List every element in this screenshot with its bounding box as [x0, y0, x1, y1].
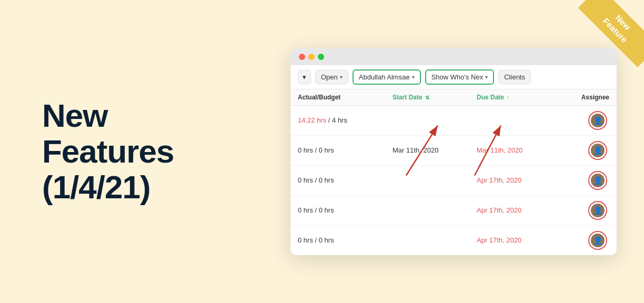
show-label: Show Who's Nex [431, 73, 484, 81]
avatar-3: 👤 [590, 173, 606, 188]
avatar-4: 👤 [590, 203, 606, 218]
cell-actual-2: 0 hrs / 0 hrs [298, 146, 393, 154]
cell-assignee-4: 👤 [561, 201, 609, 220]
open-filter-btn[interactable]: Open ▾ [315, 70, 348, 84]
col-start-date[interactable]: Start Date ⇅ [393, 94, 477, 101]
assignee-highlight-3: 👤 [588, 171, 607, 190]
ribbon-label: New Feature [578, 0, 644, 67]
toolbar: ▾ Open ▾ Abdullah Almsae ▾ Show Who's Ne… [290, 65, 617, 89]
minimize-dot [308, 54, 315, 60]
avatar-5: 👤 [590, 233, 606, 248]
left-section: NewFeatures(1/4/21) [0, 66, 263, 237]
assignee-highlight-1: 👤 [588, 111, 607, 130]
cell-due-3: Apr 17th, 2020 [477, 176, 561, 184]
table-header: Actual/Budget Start Date ⇅ Due Date ↑ As… [290, 89, 617, 106]
cell-due-4: Apr 17th, 2020 [477, 206, 561, 214]
assignee-label: Abdullah Almsae [359, 73, 410, 81]
new-feature-ribbon: New Feature [576, 0, 644, 68]
assignee-highlight-5: 👤 [588, 231, 607, 250]
partial-filter-btn[interactable]: ▾ [298, 70, 311, 84]
avatar-1: 👤 [590, 113, 606, 128]
open-label: Open [321, 73, 338, 81]
budget-hours-1: / 4 hrs [328, 116, 347, 124]
clients-btn[interactable]: Clients [498, 70, 531, 84]
cell-actual-1: 14.22 hrs / 4 hrs [298, 116, 393, 124]
table-row: 0 hrs / 0 hrs Mar 11th, 2020 Mar 11th, 2… [290, 136, 617, 166]
table-row: 14.22 hrs / 4 hrs 👤 [290, 106, 617, 136]
partial-chevron-icon: ▾ [303, 73, 306, 81]
assignee-highlight-4: 👤 [588, 201, 607, 220]
right-section: New Feature ▾ Open ▾ Abdullah Almsae ▾ [263, 0, 644, 303]
show-whos-next-btn[interactable]: Show Who's Nex ▾ [425, 69, 495, 85]
avatar-2: 👤 [590, 143, 606, 158]
cell-assignee-3: 👤 [561, 171, 609, 190]
cell-assignee-1: 👤 [561, 111, 609, 130]
cell-due-2: Mar 11th, 2020 [477, 146, 561, 154]
page-title: NewFeatures(1/4/21) [42, 98, 174, 206]
assignee-filter-btn[interactable]: Abdullah Almsae ▾ [353, 69, 421, 85]
start-date-sort-icon: ⇅ [425, 95, 429, 100]
due-date-sort-icon: ↑ [507, 95, 509, 100]
open-chevron-icon: ▾ [340, 74, 343, 80]
table-row: 0 hrs / 0 hrs Apr 17th, 2020 👤 [290, 166, 617, 196]
cell-actual-3: 0 hrs / 0 hrs [298, 176, 393, 184]
browser-window: ▾ Open ▾ Abdullah Almsae ▾ Show Who's Ne… [290, 48, 617, 255]
cell-assignee-2: 👤 [561, 141, 609, 160]
show-chevron-icon: ▾ [485, 74, 488, 80]
actual-hours-2: 0 hrs / 0 hrs [298, 146, 334, 154]
cell-start-2: Mar 11th, 2020 [393, 146, 477, 154]
cell-due-5: Apr 17th, 2020 [477, 236, 561, 244]
close-dot [299, 54, 305, 60]
table-row: 0 hrs / 0 hrs Apr 17th, 2020 👤 [290, 226, 617, 255]
table-row: 0 hrs / 0 hrs Apr 17th, 2020 👤 [290, 196, 617, 226]
col-actual-budget: Actual/Budget [298, 94, 393, 101]
assignee-chevron-icon: ▾ [412, 74, 415, 80]
col-due-date[interactable]: Due Date ↑ [477, 94, 561, 101]
maximize-dot [318, 54, 324, 60]
browser-titlebar [290, 48, 617, 65]
actual-hours-1: 14.22 hrs [298, 116, 326, 124]
cell-assignee-5: 👤 [561, 231, 609, 250]
cell-actual-4: 0 hrs / 0 hrs [298, 206, 393, 214]
table-area: Actual/Budget Start Date ⇅ Due Date ↑ As… [290, 89, 617, 255]
cell-actual-5: 0 hrs / 0 hrs [298, 236, 393, 244]
clients-label: Clients [504, 73, 525, 81]
col-assignee: Assignee [561, 94, 609, 101]
assignee-highlight-2: 👤 [588, 141, 607, 160]
